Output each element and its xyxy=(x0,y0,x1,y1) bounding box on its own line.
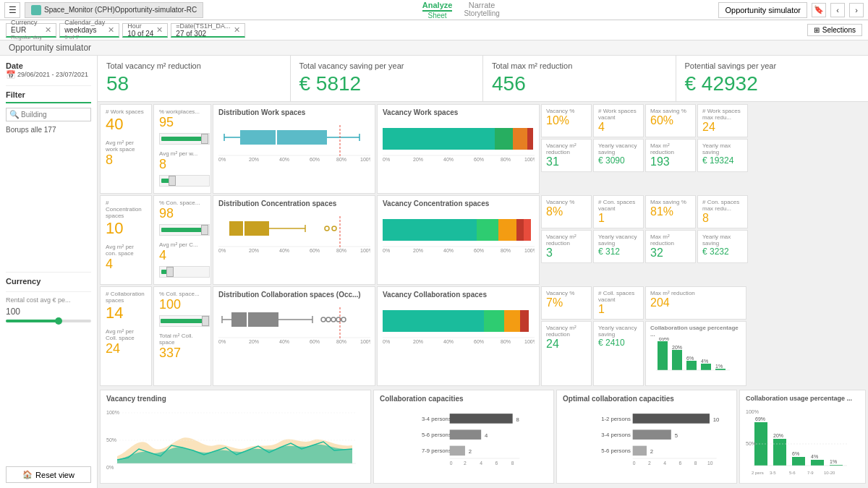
svg-text:0%: 0% xyxy=(383,248,390,253)
svg-text:100%: 100% xyxy=(524,248,535,253)
next-button[interactable]: › xyxy=(849,3,864,17)
svg-text:20%: 20% xyxy=(249,157,259,162)
calendar-chip-close[interactable]: ✕ xyxy=(108,25,114,35)
svg-text:60%: 60% xyxy=(474,248,484,253)
calendar-chip[interactable]: Calendar_day weekdays 5 of 7 ✕ xyxy=(59,23,119,38)
svg-rect-49 xyxy=(516,219,524,241)
opportunity-simulator-button[interactable]: Opportunity simulator xyxy=(718,2,807,18)
filter-section-label: Filter xyxy=(6,90,91,99)
top-toolbar: ☰ Space_Monitor (CPH)Opportunity-simulat… xyxy=(0,0,868,20)
currency-chip[interactable]: Currency EUR Regular day ✕ xyxy=(6,23,56,38)
svg-text:20%: 20% xyxy=(413,157,423,162)
date-chip-close[interactable]: ✕ xyxy=(234,25,240,35)
svg-rect-58 xyxy=(231,312,278,327)
max-saving-con: Max saving % 81% xyxy=(645,195,696,228)
building-item[interactable]: Borups alle 177 xyxy=(6,124,91,135)
tab-analyze[interactable]: Analyze Sheet xyxy=(422,1,453,20)
reset-view-button[interactable]: 🏠 Reset view xyxy=(6,466,91,483)
svg-text:100%: 100% xyxy=(524,339,535,344)
building-search[interactable]: 🔍 xyxy=(6,108,91,121)
vacancy-trending-card: Vacancy trending 0% 50% 100% xyxy=(100,390,371,484)
yearly-saving-ws: Yearly vacancy saving € 3090 xyxy=(593,139,644,172)
svg-text:6%: 6% xyxy=(792,451,799,456)
svg-text:2: 2 xyxy=(464,461,467,466)
svg-text:5-6: 5-6 xyxy=(789,471,796,475)
svg-rect-80 xyxy=(520,310,529,332)
svg-rect-9 xyxy=(240,130,327,145)
tab-narrate[interactable]: Narrate Storytelling xyxy=(464,1,499,20)
max-red-ws: Max m² reduction 193 xyxy=(645,139,696,172)
collaboration-row: # Collaboration spaces 14 Avg m² per Col… xyxy=(98,286,868,388)
distribution-collaboration-card: Distribution Collaboration spaces (Occ..… xyxy=(213,286,375,386)
svg-text:40%: 40% xyxy=(279,248,289,253)
svg-rect-83 xyxy=(672,350,682,370)
svg-text:0%: 0% xyxy=(218,248,226,253)
svg-text:80%: 80% xyxy=(501,157,511,162)
svg-text:2: 2 xyxy=(648,461,651,466)
svg-text:80%: 80% xyxy=(336,339,346,344)
prev-button[interactable]: ‹ xyxy=(830,3,845,17)
svg-rect-22 xyxy=(495,128,513,150)
selections-button[interactable]: ⊞ Selections xyxy=(807,24,862,36)
svg-point-68 xyxy=(341,317,346,322)
max-spaces-ws: # Work spaces max redu... 24 xyxy=(697,104,748,137)
filter-bar: Currency EUR Regular day ✕ Calendar_day … xyxy=(0,20,868,40)
hour-chip-close[interactable]: ✕ xyxy=(156,25,163,35)
kpi-max-reduction: Total max m² reduction 456 xyxy=(483,56,676,101)
date-chip[interactable]: =Date(TS1H_DA... 27 of 302 ✕ xyxy=(171,23,244,38)
hour-chip[interactable]: Hour 10 of 24 ✕ xyxy=(122,23,168,38)
vac-spaces-ws: # Work spaces vacant 4 xyxy=(593,104,644,137)
distribution-collaboration-chart: 0% 20% 40% 60% 80% 100% xyxy=(218,301,370,345)
max-saving-ws: Max saving % 60% xyxy=(645,104,696,137)
app-icon xyxy=(31,5,41,15)
collaboration-pct-card: % Coll. space... 100 Total m² Coll. spac… xyxy=(153,286,211,386)
concentration-pct-card: % Con. space... 98 Avg m² per C... 4 xyxy=(153,195,211,285)
analyze-narrate-group: Analyze Sheet Narrate Storytelling xyxy=(422,1,500,20)
svg-text:4: 4 xyxy=(485,432,488,439)
hamburger-button[interactable]: ☰ xyxy=(4,2,20,18)
svg-text:3-5: 3-5 xyxy=(770,471,776,475)
vac-spaces-coll: # Coll. spaces vacant 1 xyxy=(593,286,644,320)
svg-rect-117 xyxy=(633,429,671,440)
svg-text:4: 4 xyxy=(663,461,666,466)
building-search-input[interactable] xyxy=(21,111,79,119)
svg-text:80%: 80% xyxy=(501,339,511,344)
vac-pct-coll: Vacancy % 7% xyxy=(541,286,592,320)
svg-text:5-6 persons: 5-6 persons xyxy=(422,432,451,438)
optimal-collab-chart: 1-2 persons 10 3-4 persons 5 5-6 persons… xyxy=(563,406,731,471)
svg-text:10: 10 xyxy=(707,461,713,466)
app-tab[interactable]: Space_Monitor (CPH)Opportunity-simulator… xyxy=(25,2,203,18)
workspace-pct-card: % workplaces... 95 Avg m² per w... 8 xyxy=(153,104,211,194)
rental-slider[interactable] xyxy=(6,320,91,322)
svg-text:100%: 100% xyxy=(360,339,370,344)
collab-capacities-chart: 3-4 persons 8 5-6 persons 4 7-9 persons … xyxy=(380,406,548,471)
svg-text:100%: 100% xyxy=(360,157,370,162)
svg-text:2: 2 xyxy=(650,448,653,455)
yearly-max-con: Yearly max saving € 3232 xyxy=(697,230,748,263)
page-title: Opportunity simulator xyxy=(0,40,868,56)
svg-text:8: 8 xyxy=(511,461,514,466)
collab-capacities-card: Collaboration capacities 3-4 persons 8 5… xyxy=(373,390,554,484)
currency-chip-close[interactable]: ✕ xyxy=(45,25,51,35)
sidebar-filter-section: Filter 🔍 Borups alle 177 xyxy=(6,85,91,135)
sidebar-rental-section: Rental cost avg € pe... 100 xyxy=(6,291,91,325)
svg-rect-136 xyxy=(811,460,824,466)
svg-text:6%: 6% xyxy=(686,356,694,361)
svg-text:20%: 20% xyxy=(773,433,783,438)
vac-pct-con: Vacancy % 8% xyxy=(541,195,592,228)
svg-text:0%: 0% xyxy=(383,339,390,344)
usage-pct-coll: Collaboration usage percentage ... 69% 2… xyxy=(645,321,746,386)
bookmark-button[interactable]: 🔖 xyxy=(812,3,826,17)
svg-rect-47 xyxy=(477,219,498,241)
workspace-right-stats: Vacancy % 10% # Work spaces vacant 4 Max… xyxy=(541,104,748,194)
svg-text:100%: 100% xyxy=(746,409,759,414)
svg-text:80%: 80% xyxy=(336,157,346,162)
svg-rect-24 xyxy=(527,128,533,150)
distribution-workspace-card: Distribution Work spaces 0% 20% 40% 60% … xyxy=(213,104,375,194)
optimal-collab-card: Optimal collaboration capacities 1-2 per… xyxy=(556,390,737,484)
filter-underline xyxy=(6,102,91,103)
svg-rect-120 xyxy=(633,445,647,455)
svg-text:40%: 40% xyxy=(443,339,454,344)
svg-point-64 xyxy=(321,317,326,322)
svg-text:10-20: 10-20 xyxy=(824,471,835,475)
